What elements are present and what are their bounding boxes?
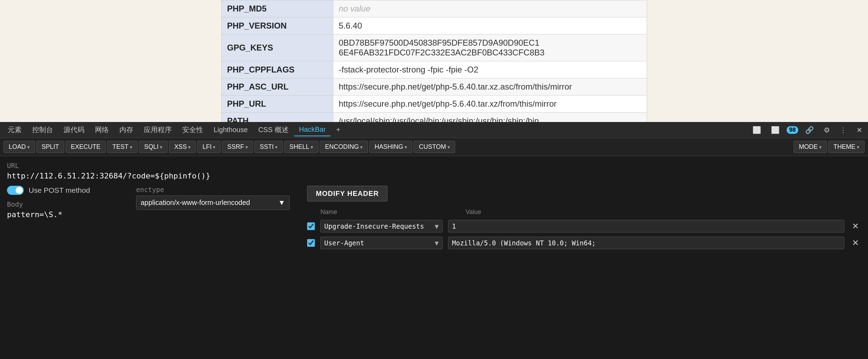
header-name-select-0[interactable]: Upgrade-Insecure-Requests▼ <box>320 220 443 232</box>
post-method-label: Use POST method <box>29 186 90 194</box>
table-value: https://secure.php.net/get/php-5.6.40.ta… <box>333 96 647 113</box>
hackbar-toolbar: LOAD ▾SPLITEXECUTETEST ▾SQLI ▾XSS ▾LFI ▾… <box>0 138 868 156</box>
ssrf-arrow-icon: ▾ <box>245 144 248 150</box>
devtools-tab-icons: ⬜ ⬜ 98 🔗 ⚙ ⋮ ✕ <box>750 124 865 136</box>
shell-button[interactable]: SHELL ▾ <box>284 141 318 153</box>
post-method-toggle[interactable] <box>7 186 24 195</box>
header-name-arrow-icon: ▼ <box>435 239 439 247</box>
xss-button[interactable]: XSS ▾ <box>169 141 196 153</box>
header-rows: Upgrade-Insecure-Requests▼1✕User-Agent▼M… <box>307 220 861 249</box>
tab-lighthouse[interactable]: Lighthouse <box>209 124 253 136</box>
header-row-1: User-Agent▼Mozilla/5.0 (Windows NT 10.0;… <box>307 237 861 249</box>
name-column-label: Name <box>320 208 460 216</box>
tab-console[interactable]: 控制台 <box>27 123 58 137</box>
enctype-label: enctype <box>136 186 297 193</box>
header-close-button-0[interactable]: ✕ <box>850 221 861 231</box>
xss-arrow-icon: ▾ <box>188 144 191 150</box>
devtools-panel: 元素控制台源代码网络内存应用程序安全性LighthouseCSS 概述HackB… <box>0 122 868 359</box>
tab-elements[interactable]: 元素 <box>3 123 27 137</box>
table-value: 5.6.40 <box>333 17 647 35</box>
header-value-input-0[interactable]: 1 <box>448 220 844 232</box>
header-checkbox-1[interactable] <box>307 239 315 247</box>
table-key: PHP_ASC_URL <box>221 78 333 96</box>
load-button[interactable]: LOAD ▾ <box>3 141 35 153</box>
devtools-tab-bar: 元素控制台源代码网络内存应用程序安全性LighthouseCSS 概述HackB… <box>0 122 868 138</box>
custom-arrow-icon: ▾ <box>447 144 450 150</box>
hackbar-middle-panel: enctype application/x-www-form-urlencode… <box>136 186 297 210</box>
header-name-value-0: Upgrade-Insecure-Requests <box>324 222 424 230</box>
header-name-value-1: User-Agent <box>324 239 364 247</box>
enctype-value: application/x-www-form-urlencoded <box>141 199 250 207</box>
tab-security[interactable]: 安全性 <box>177 123 208 137</box>
hackbar-left-panel: Use POST method Body pattern=\S.* <box>7 186 126 219</box>
encoding-arrow-icon: ▾ <box>360 144 363 150</box>
table-value: -fstack-protector-strong -fpic -fpie -O2 <box>333 61 647 78</box>
url-label: URL <box>7 162 861 169</box>
tab-application[interactable]: 应用程序 <box>139 123 177 137</box>
test-arrow-icon: ▾ <box>130 144 132 150</box>
url-value: http://112.6.51.212:32684/?code=${phpinf… <box>7 171 861 180</box>
encoding-button[interactable]: ENCODING ▾ <box>320 141 368 153</box>
table-key: PHP_MD5 <box>221 0 333 17</box>
tab-sources[interactable]: 源代码 <box>59 123 89 137</box>
settings-icon[interactable]: ⚙ <box>821 124 833 136</box>
table-value: no value <box>333 0 647 17</box>
theme-button[interactable]: THEME ▾ <box>828 141 865 153</box>
enctype-select[interactable]: application/x-www-form-urlencoded ▼ <box>136 196 290 210</box>
post-toggle-row: Use POST method <box>7 186 126 195</box>
select-element-icon[interactable]: ⬜ <box>768 124 782 136</box>
hackbar-body-row: Use POST method Body pattern=\S.* enctyp… <box>7 186 861 253</box>
split-button[interactable]: SPLIT <box>36 141 64 153</box>
ssti-button[interactable]: SSTI ▾ <box>254 141 283 153</box>
custom-button[interactable]: CUSTOM ▾ <box>414 141 455 153</box>
tab-hackbar[interactable]: HackBar <box>294 123 331 136</box>
header-name-arrow-icon: ▼ <box>435 222 439 230</box>
share-icon[interactable]: 🔗 <box>802 124 817 136</box>
execute-button[interactable]: EXECUTE <box>66 141 106 153</box>
header-name-select-1[interactable]: User-Agent▼ <box>320 237 443 249</box>
theme-arrow-icon: ▾ <box>857 144 859 150</box>
hackbar-content: URL http://112.6.51.212:32684/?code=${ph… <box>0 156 868 359</box>
header-row-0: Upgrade-Insecure-Requests▼1✕ <box>307 220 861 232</box>
table-key: PHP_CPPFLAGS <box>221 61 333 78</box>
header-checkbox-0[interactable] <box>307 222 315 230</box>
ssrf-button[interactable]: SSRF ▾ <box>222 141 253 153</box>
tab-memory[interactable]: 内存 <box>114 123 138 137</box>
value-column-label: Value <box>466 208 861 216</box>
lfi-arrow-icon: ▾ <box>213 144 215 150</box>
hackbar-main: LOAD ▾SPLITEXECUTETEST ▾SQLI ▾XSS ▾LFI ▾… <box>0 138 868 359</box>
tab-css-overview[interactable]: CSS 概述 <box>253 123 294 137</box>
load-arrow-icon: ▾ <box>27 144 30 150</box>
table-value: https://secure.php.net/get/php-5.6.40.ta… <box>333 78 647 96</box>
body-value: pattern=\S.* <box>7 210 126 219</box>
device-icon[interactable]: ⬜ <box>750 124 764 136</box>
sqli-button[interactable]: SQLI ▾ <box>139 141 168 153</box>
table-key: GPG_KEYS <box>221 35 333 61</box>
notification-badge: 98 <box>787 126 798 134</box>
add-tab-button[interactable]: + <box>331 124 345 136</box>
ssti-arrow-icon: ▾ <box>275 144 277 150</box>
modify-header-button[interactable]: MODIFY HEADER <box>307 186 387 201</box>
enctype-arrow-icon: ▼ <box>278 199 285 207</box>
table-key: PHP_URL <box>221 96 333 113</box>
mode-arrow-icon: ▾ <box>819 144 822 150</box>
lfi-button[interactable]: LFI ▾ <box>197 141 221 153</box>
sqli-arrow-icon: ▾ <box>160 144 162 150</box>
hackbar-right-panel: MODIFY HEADER Name Value Upgrade-Insecur… <box>307 186 861 253</box>
shell-arrow-icon: ▾ <box>311 144 313 150</box>
hashing-button[interactable]: HASHING ▾ <box>369 141 412 153</box>
header-close-button-1[interactable]: ✕ <box>850 238 861 248</box>
header-value-input-1[interactable]: Mozilla/5.0 (Windows NT 10.0; Win64; <box>448 237 844 249</box>
test-button[interactable]: TEST ▾ <box>107 141 138 153</box>
mode-button[interactable]: MODE ▾ <box>794 141 827 153</box>
more-icon[interactable]: ⋮ <box>837 124 850 136</box>
tab-network[interactable]: 网络 <box>90 123 114 137</box>
hashing-arrow-icon: ▾ <box>405 144 407 150</box>
close-icon[interactable]: ✕ <box>854 124 865 136</box>
header-column-labels: Name Value <box>307 208 861 216</box>
body-label: Body <box>7 200 126 208</box>
table-value: 0BD78B5F97500D450838F95DFE857D9A90D90EC1… <box>333 35 647 61</box>
table-key: PHP_VERSION <box>221 17 333 35</box>
